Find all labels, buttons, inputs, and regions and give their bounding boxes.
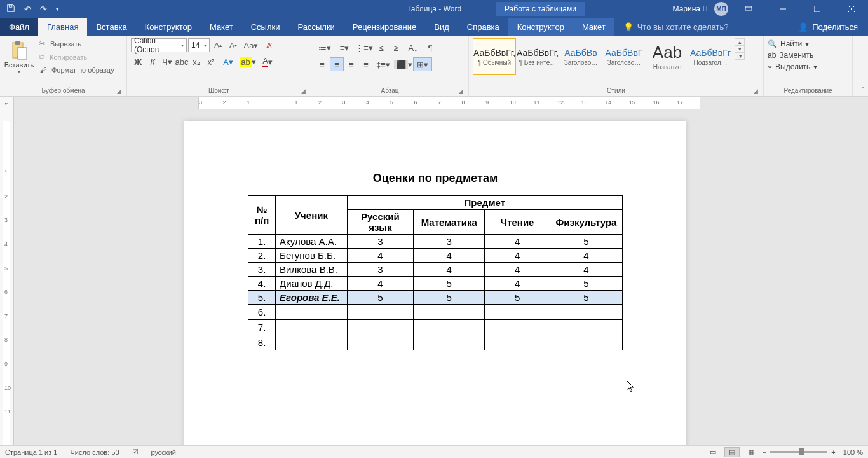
format-painter-button[interactable]: 🖌Формат по образцу — [37, 65, 117, 75]
italic-button[interactable]: К — [146, 55, 159, 69]
align-right-button[interactable]: ≡ — [344, 57, 358, 71]
zoom-slider[interactable] — [770, 451, 827, 453]
sort-button[interactable]: A↓ — [403, 41, 423, 55]
replace-button[interactable]: abЗаменить — [768, 51, 848, 60]
style-item[interactable]: AabНазвание — [646, 38, 689, 75]
tab-insert[interactable]: Вставка — [87, 18, 135, 36]
tab-design[interactable]: Конструктор — [136, 18, 201, 36]
font-color-button[interactable]: A▾ — [258, 55, 277, 69]
paste-button[interactable]: Вставить ▾ — [4, 38, 34, 74]
style-item[interactable]: АаБбВвГг,¶ Без инте… — [516, 38, 559, 75]
highlight-button[interactable]: ab▾ — [238, 55, 257, 69]
shading-button[interactable]: ⬛▾ — [393, 57, 412, 71]
styles-launcher-icon[interactable]: ◢ — [754, 88, 758, 94]
para-launcher-icon[interactable]: ◢ — [459, 88, 463, 94]
page[interactable]: Оценки по предметам № п/п Ученик Предмет… — [184, 121, 686, 458]
table-row[interactable]: 1.Акулова А.А.3345 — [248, 235, 623, 249]
qat-more-icon[interactable]: ▾ — [56, 6, 59, 12]
style-item[interactable]: АаБбВвЗаголово… — [559, 38, 602, 75]
horizontal-ruler[interactable]: 3211234567891011121314151617 — [14, 97, 868, 109]
font-name-combo[interactable]: Calibri (Основ▾ — [131, 38, 187, 52]
vertical-ruler[interactable]: 1234567891011 — [0, 109, 14, 445]
table-row[interactable]: 8. — [248, 335, 623, 350]
table-row[interactable]: 2.Бегунов Б.Б.4444 — [248, 249, 623, 263]
save-icon[interactable] — [6, 4, 15, 15]
tab-view[interactable]: Вид — [425, 18, 458, 36]
decrease-indent-button[interactable]: ≤ — [374, 41, 388, 55]
table-row[interactable]: 6. — [248, 305, 623, 320]
increase-indent-button[interactable]: ≥ — [389, 41, 403, 55]
borders-button[interactable]: ⊞▾ — [413, 57, 432, 71]
status-page[interactable]: Страница 1 из 1 — [5, 448, 57, 456]
show-marks-button[interactable]: ¶ — [423, 41, 437, 55]
table-row[interactable]: 4.Дианов Д.Д.4545 — [248, 277, 623, 291]
tab-table-design[interactable]: Конструктор — [508, 18, 573, 36]
clear-format-button[interactable]: A̷ — [262, 38, 276, 52]
numbering-button[interactable]: ≡▾ — [335, 41, 354, 55]
font-launcher-icon[interactable]: ◢ — [301, 88, 306, 94]
style-item[interactable]: АаБбВвГЗаголово… — [602, 38, 646, 75]
font-size-combo[interactable]: 14▾ — [188, 38, 210, 52]
style-item[interactable]: АаБбВвГгПодзагол… — [689, 38, 732, 75]
align-center-button[interactable]: ≡ — [330, 57, 344, 71]
tab-references[interactable]: Ссылки — [242, 18, 289, 36]
change-case-button[interactable]: Aa▾ — [241, 38, 261, 52]
tab-table-layout[interactable]: Макет — [573, 18, 614, 36]
styles-gallery[interactable]: АаБбВвГг,¶ ОбычныйАаБбВвГг,¶ Без инте…Аа… — [473, 38, 732, 75]
grades-table[interactable]: № п/п Ученик Предмет Русский язык Матема… — [248, 195, 623, 350]
zoom-level[interactable]: 100 % — [843, 448, 863, 456]
user-avatar[interactable]: МП — [714, 2, 728, 16]
justify-button[interactable]: ≡ — [359, 57, 373, 71]
minimize-icon[interactable] — [769, 0, 797, 18]
select-button[interactable]: ⌖Выделить ▾ — [768, 62, 848, 71]
find-button[interactable]: 🔍Найти ▾ — [768, 39, 848, 48]
table-row[interactable]: 5.Егорова Е.Е.5555 — [248, 291, 623, 305]
collapse-ribbon-icon[interactable]: ˆ — [862, 86, 864, 94]
maximize-icon[interactable] — [803, 0, 831, 18]
status-language[interactable]: русский — [151, 448, 176, 456]
shrink-font-button[interactable]: A▾ — [226, 38, 240, 52]
grow-font-button[interactable]: A▴ — [211, 38, 225, 52]
view-read-button[interactable]: ▭ — [705, 447, 721, 457]
table-row[interactable]: 3.Вилкова В.В.3444 — [248, 263, 623, 277]
style-item[interactable]: АаБбВвГг,¶ Обычный — [473, 38, 516, 75]
zoom-in-button[interactable]: + — [831, 448, 835, 456]
tellme-search[interactable]: 💡 Что вы хотите сделать? — [623, 18, 729, 36]
status-words[interactable]: Число слов: 50 — [70, 448, 119, 456]
bold-button[interactable]: Ж — [131, 55, 145, 69]
multilevel-button[interactable]: ⋮≡▾ — [355, 41, 374, 55]
subscript-button[interactable]: x₂ — [189, 55, 203, 69]
bullets-button[interactable]: ≔▾ — [315, 41, 334, 55]
redo-icon[interactable]: ↷ — [40, 4, 47, 14]
copy-button[interactable]: ⧉Копировать — [37, 52, 117, 62]
align-left-button[interactable]: ≡ — [315, 57, 329, 71]
line-spacing-button[interactable]: ‡≡▾ — [374, 57, 393, 71]
cut-button[interactable]: ✂Вырезать — [37, 38, 117, 49]
superscript-button[interactable]: x² — [204, 55, 218, 69]
clipboard-launcher-icon[interactable]: ◢ — [117, 88, 121, 94]
close-icon[interactable] — [837, 0, 865, 18]
tab-home[interactable]: Главная — [38, 18, 87, 36]
zoom-out-button[interactable]: − — [763, 448, 766, 456]
undo-icon[interactable]: ↶ — [24, 4, 31, 14]
ribbon-display-icon[interactable] — [735, 0, 763, 18]
view-web-button[interactable]: ▦ — [743, 447, 759, 457]
ruler-corner[interactable]: ⌐ — [0, 97, 14, 109]
gallery-down-icon[interactable]: ▾ — [735, 46, 744, 53]
table-row[interactable]: 7. — [248, 320, 623, 335]
tab-layout[interactable]: Макет — [201, 18, 242, 36]
underline-button[interactable]: Ч▾ — [160, 55, 174, 69]
svg-rect-0 — [9, 4, 11, 7]
tab-file[interactable]: Файл — [0, 18, 38, 36]
gallery-up-icon[interactable]: ▴ — [735, 39, 744, 46]
strike-button[interactable]: abc — [175, 55, 189, 69]
share-button[interactable]: 👤 Поделиться — [788, 18, 868, 36]
view-print-button[interactable]: ▤ — [724, 447, 740, 457]
tab-help[interactable]: Справка — [458, 18, 508, 36]
gallery-more-icon[interactable]: ⁞▾ — [735, 53, 744, 60]
status-proofing-icon[interactable]: ☑ — [132, 448, 139, 456]
edit-group-label: Редактирование — [783, 87, 832, 94]
tab-mailings[interactable]: Рассылки — [288, 18, 343, 36]
tab-review[interactable]: Рецензирование — [344, 18, 425, 36]
text-effects-button[interactable]: A▾ — [219, 55, 238, 69]
